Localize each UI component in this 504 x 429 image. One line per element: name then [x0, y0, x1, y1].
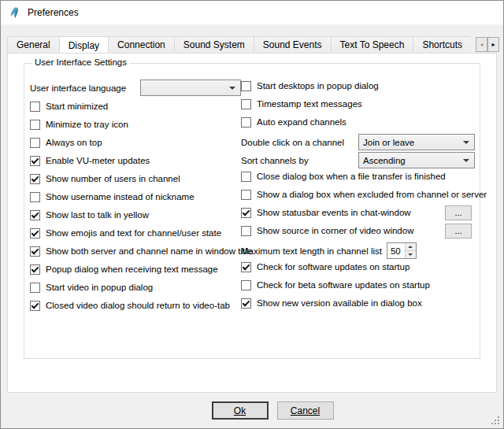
- checkbox[interactable]: [30, 246, 40, 257]
- spinner-buttons: [405, 243, 416, 258]
- checkbox[interactable]: [241, 190, 251, 200]
- checkbox-row[interactable]: Show new version available in dialog box: [241, 297, 475, 309]
- right-mid-checkbox-list: Close dialog box when a file transfer is…: [241, 170, 475, 201]
- checkbox-row[interactable]: Start minimized: [30, 100, 241, 113]
- checkbox-row[interactable]: Show last to talk in yellow: [30, 209, 241, 221]
- language-combobox[interactable]: [140, 80, 241, 96]
- max-text-length-spinner[interactable]: 50: [387, 242, 417, 259]
- checkbox-row[interactable]: Show username instead of nickname: [30, 190, 241, 203]
- tab-connection[interactable]: Connection: [108, 36, 175, 52]
- group-title: User Interface Settings: [32, 57, 130, 67]
- checkbox-row[interactable]: Popup dialog when receiving text message: [30, 263, 241, 276]
- checkbox-row[interactable]: Minimize to tray icon: [30, 118, 241, 131]
- max-text-length-row: Maximum text length in channel list 50: [241, 242, 475, 259]
- checkbox[interactable]: [30, 102, 40, 112]
- tab-scroll-left-button[interactable]: ◂: [476, 37, 487, 52]
- cancel-button[interactable]: Cancel: [277, 401, 334, 420]
- checkbox-row[interactable]: Closed video dialog should return to vid…: [30, 299, 241, 312]
- tab-sound-system[interactable]: Sound System: [174, 36, 254, 52]
- checkbox[interactable]: [241, 117, 251, 128]
- language-row: User interface language: [30, 80, 241, 96]
- checkbox[interactable]: [30, 228, 40, 239]
- chevron-down-icon: [463, 159, 469, 162]
- checkbox[interactable]: [30, 264, 40, 275]
- video-source-row[interactable]: Show source in corner of video window ..…: [241, 224, 475, 237]
- checkbox-label: Check for software updates on startup: [257, 262, 410, 272]
- video-source-label: Show source in corner of video window: [257, 226, 413, 235]
- checkbox-label: Check for beta software updates on start…: [257, 280, 430, 290]
- checkbox[interactable]: [241, 172, 251, 182]
- max-text-length-label: Maximum text length in channel list: [241, 246, 382, 256]
- statusbar-events-more-button[interactable]: ...: [445, 205, 472, 220]
- tab-scroll-right-button[interactable]: ▸: [487, 37, 499, 52]
- checkbox[interactable]: [30, 138, 40, 148]
- tab-strip: GeneralDisplayConnectionSound SystemSoun…: [7, 36, 470, 53]
- checkbox-label: Close dialog box when a file transfer is…: [257, 172, 446, 181]
- checkbox-row[interactable]: Check for beta software updates on start…: [241, 279, 475, 291]
- checkbox-label: Timestamp text messages: [257, 99, 362, 109]
- tab-sound-events[interactable]: Sound Events: [254, 36, 332, 52]
- spin-down-button[interactable]: [406, 250, 416, 258]
- resize-grip[interactable]: [491, 416, 500, 425]
- checkbox-row[interactable]: Check for software updates on startup: [241, 261, 475, 273]
- checkbox-label: Start minimized: [46, 102, 108, 111]
- statusbar-events-label: Show statusbar events in chat-window: [257, 208, 411, 217]
- window-title: Preferences: [28, 7, 79, 18]
- checkbox[interactable]: [30, 301, 40, 311]
- tab-display[interactable]: Display: [59, 36, 109, 53]
- checkbox[interactable]: [241, 298, 251, 309]
- preferences-window: Preferences GeneralDisplayConnectionSoun…: [0, 0, 504, 429]
- checkbox-label: Minimize to tray icon: [46, 120, 128, 129]
- checkbox[interactable]: [30, 156, 40, 166]
- checkbox-row[interactable]: Enable VU-meter updates: [30, 154, 241, 167]
- sort-channels-row: Sort channels by Ascending: [241, 152, 475, 168]
- checkbox[interactable]: [30, 120, 40, 130]
- tab-text-to-speech[interactable]: Text To Speech: [331, 36, 414, 52]
- checkbox-row[interactable]: Show emojis and text for channel/user st…: [30, 227, 241, 239]
- ok-button[interactable]: Ok: [212, 401, 269, 420]
- video-source-more-button[interactable]: ...: [445, 224, 472, 239]
- checkbox[interactable]: [241, 81, 251, 91]
- checkbox-label: Start video in popup dialog: [46, 283, 153, 292]
- checkbox-label: Popup dialog when receiving text message: [46, 264, 218, 274]
- checkbox[interactable]: [30, 174, 40, 184]
- left-column: User interface language Start minimized …: [30, 80, 241, 317]
- checkbox-row[interactable]: Show a dialog box when excluded from cha…: [241, 188, 475, 201]
- statusbar-events-checkbox[interactable]: [241, 208, 251, 218]
- tab-general[interactable]: General: [7, 36, 60, 52]
- checkbox[interactable]: [30, 283, 40, 293]
- checkbox-label: Show both server and channel name in win…: [46, 246, 252, 256]
- checkbox-row[interactable]: Show both server and channel name in win…: [30, 245, 241, 257]
- double-click-combobox[interactable]: Join or leave: [358, 134, 475, 150]
- settings-columns: User interface language Start minimized …: [30, 80, 475, 317]
- checkbox[interactable]: [241, 280, 251, 290]
- checkbox-row[interactable]: Show number of users in channel: [30, 172, 241, 185]
- bottom-checkbox-list: Check for software updates on startup Ch…: [241, 261, 475, 309]
- checkbox-row[interactable]: Always on top: [30, 136, 241, 149]
- checkbox-label: Show a dialog box when excluded from cha…: [257, 190, 487, 199]
- checkbox-row[interactable]: Start video in popup dialog: [30, 281, 241, 294]
- right-top-checkbox-list: Start desktops in popup dialog Timestamp…: [241, 80, 475, 128]
- checkbox[interactable]: [241, 99, 251, 109]
- checkbox-label: Show number of users in channel: [46, 174, 180, 183]
- right-column: Start desktops in popup dialog Timestamp…: [241, 80, 475, 317]
- checkbox[interactable]: [30, 192, 40, 202]
- checkbox-label: Show new version available in dialog box: [257, 298, 422, 308]
- video-source-checkbox[interactable]: [241, 226, 251, 236]
- checkbox-row[interactable]: Close dialog box when a file transfer is…: [241, 170, 475, 183]
- chevron-up-icon: [408, 246, 413, 248]
- checkbox-row[interactable]: Timestamp text messages: [241, 98, 475, 110]
- tab-shortcuts[interactable]: Shortcuts: [413, 36, 470, 52]
- checkbox-row[interactable]: Start desktops in popup dialog: [241, 80, 475, 92]
- checkbox[interactable]: [241, 262, 251, 272]
- sort-channels-combobox[interactable]: Ascending: [358, 152, 475, 168]
- checkbox[interactable]: [30, 210, 40, 220]
- user-interface-settings-group: User Interface Settings User interface l…: [24, 63, 480, 359]
- statusbar-events-row[interactable]: Show statusbar events in chat-window ...: [241, 206, 475, 219]
- checkbox-label: Always on top: [46, 138, 102, 147]
- spin-up-button[interactable]: [406, 243, 416, 250]
- checkbox-row[interactable]: Auto expand channels: [241, 116, 475, 128]
- sort-channels-label: Sort channels by: [241, 156, 309, 165]
- checkbox-label: Closed video dialog should return to vid…: [46, 301, 230, 310]
- double-click-row: Double click on a channel Join or leave: [241, 134, 475, 150]
